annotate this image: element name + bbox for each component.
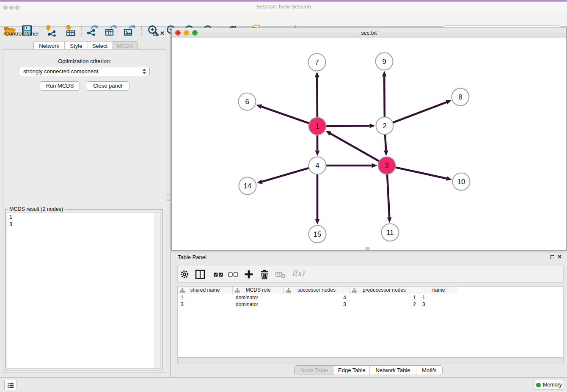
select-all-icon[interactable] [213, 269, 224, 280]
mcds-result-text: 1 3 [9, 214, 12, 228]
table-header-row: shared nameMCDS rolesuccessor nodesprede… [177, 286, 564, 294]
column-selector-icon[interactable] [195, 269, 206, 280]
table-panel-float-icon[interactable] [550, 255, 554, 259]
graph-node-label: 15 [314, 230, 321, 238]
minimize-window-icon[interactable] [9, 6, 14, 10]
control-panel-float-icon[interactable] [153, 32, 157, 36]
graph-edge-arrow-icon [384, 150, 388, 156]
table-body[interactable]: 1dominator4113dominator323 [177, 294, 564, 357]
table-cell[interactable]: 1 [350, 294, 419, 301]
criterion-dropdown[interactable]: strongly connected component [19, 67, 150, 76]
table-settings-icon[interactable] [179, 269, 190, 280]
delete-table-icon[interactable] [275, 269, 286, 280]
export-network-icon[interactable] [86, 24, 99, 37]
toolbar-separator [81, 25, 82, 36]
column-header-label: MCDS role [246, 287, 271, 293]
graph-node-label: 7 [315, 58, 319, 66]
graph-edge-arrow-icon [369, 124, 375, 128]
graph-node-label: 14 [244, 182, 251, 190]
delete-row-icon[interactable] [259, 269, 270, 280]
table-row[interactable]: 1dominator411 [178, 294, 563, 301]
mcds-result-group: MCDS result (2 nodes) 1 3 [5, 209, 162, 370]
add-row-icon[interactable] [243, 269, 254, 280]
table-cell[interactable]: 1 [419, 294, 458, 301]
graph-edge-3-10[interactable] [387, 166, 446, 179]
toolbar-separator [39, 25, 39, 36]
table-panel-tabs: Node TableEdge TableNetwork TableMotifs [294, 365, 443, 375]
column-header-successor-nodes[interactable]: successor nodes [284, 287, 350, 294]
table-cell[interactable]: 3 [284, 301, 350, 308]
column-type-icon [352, 288, 357, 293]
table-cell[interactable]: dominator [233, 301, 284, 308]
memory-button[interactable]: Memory [534, 380, 564, 390]
tab-edge-table[interactable]: Edge Table [334, 366, 369, 375]
network-maximize-icon[interactable]: + [192, 30, 198, 36]
table-cell[interactable]: 3 [178, 301, 233, 308]
export-image-icon[interactable] [123, 24, 136, 37]
network-minimize-icon[interactable]: − [184, 30, 189, 36]
task-list-icon [7, 381, 14, 389]
run-mcds-button[interactable]: Run MCDS [40, 81, 80, 91]
network-canvas[interactable]: 7968124314101511 [172, 38, 566, 250]
function-builder-icon[interactable]: f(x) [292, 269, 304, 277]
network-window-titlebar[interactable]: × − + scc.txt [172, 28, 566, 38]
canvas-resize-grip[interactable] [366, 247, 369, 250]
tab-node-table[interactable]: Node Table [295, 366, 334, 375]
column-type-icon [180, 288, 185, 293]
table-panel-close-icon[interactable]: ✕ [557, 254, 562, 259]
column-header-name[interactable]: name [419, 287, 458, 294]
main-toolbar [0, 12, 567, 27]
result-scrollbar[interactable] [154, 213, 160, 368]
panel-splitter-handle[interactable] [167, 194, 170, 201]
graph-edge-3-1[interactable] [330, 134, 387, 166]
graph-node-label: 9 [382, 58, 386, 65]
table-cell[interactable]: 1 [178, 294, 233, 301]
task-history-button[interactable] [4, 380, 17, 390]
graph-node-label: 2 [383, 122, 386, 130]
memory-label: Memory [543, 382, 562, 388]
close-window-icon[interactable] [3, 6, 8, 10]
table-cell[interactable]: 3 [419, 301, 458, 308]
network-window-title: scc.txt [172, 28, 566, 38]
mcds-result-textarea[interactable]: 1 3 [7, 213, 161, 369]
table-row[interactable]: 3dominator323 [178, 301, 563, 308]
graph-edge-arrow-icon [446, 176, 452, 181]
tab-network-table[interactable]: Network Table [369, 366, 416, 375]
dropdown-stepper-icon [143, 69, 146, 74]
mcds-result-title: MCDS result (2 nodes) [8, 206, 65, 212]
close-panel-button[interactable]: Close panel [86, 81, 129, 91]
memory-status-icon [536, 383, 541, 387]
graph-node-label: 1 [315, 122, 319, 130]
optimization-criterion-label: Optimization criterion: [3, 58, 166, 64]
column-header-predecessor-nodes[interactable]: predecessor nodes [350, 287, 419, 294]
graph-edge-arrow-icon [387, 217, 392, 223]
tab-motifs[interactable]: Motifs [416, 366, 442, 375]
graph-node-label: 6 [245, 98, 249, 105]
main-titlebar: Session: New Session [0, 2, 567, 12]
table-cell[interactable]: 4 [284, 294, 350, 301]
column-header-label: shared name [190, 287, 220, 293]
network-view-window: × − + scc.txt 7968124314101511 [171, 28, 567, 251]
import-network-icon[interactable] [44, 24, 56, 37]
table-cell[interactable]: 2 [350, 301, 419, 308]
table-hscrollbar[interactable] [177, 357, 564, 364]
control-panel-close-icon[interactable]: ✕ [160, 31, 165, 36]
column-header-mcds-role[interactable]: MCDS role [233, 287, 284, 294]
table-toolbar: f(x) [177, 265, 564, 283]
status-bar: Memory [0, 377, 567, 392]
network-close-icon[interactable]: × [175, 30, 181, 36]
graph-edge-arrow-icon [315, 219, 320, 225]
column-header-label: successor nodes [297, 287, 336, 293]
graph-edge-2-8[interactable] [385, 102, 446, 126]
deselect-all-icon[interactable] [228, 269, 239, 280]
graph-edge-arrow-icon [372, 163, 377, 168]
graph-node-label: 10 [457, 178, 465, 185]
column-header-filler [458, 287, 563, 294]
maximize-window-icon[interactable] [15, 6, 19, 10]
network-graph[interactable]: 7968124314101511 [172, 38, 566, 250]
table-cell[interactable]: dominator [233, 294, 284, 301]
import-table-icon[interactable] [63, 24, 76, 37]
column-header-shared-name[interactable]: shared name [178, 287, 233, 294]
export-table-icon[interactable] [105, 24, 117, 37]
toolbar-separator [141, 25, 142, 36]
